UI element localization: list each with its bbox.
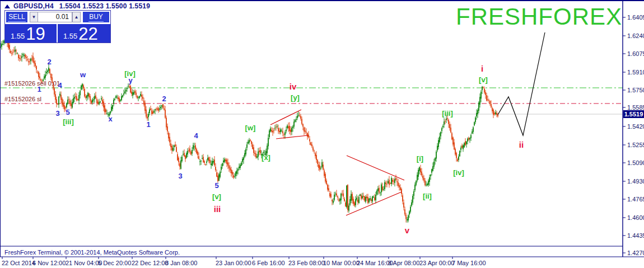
wave-label-y-green[interactable]: [y] (291, 93, 300, 102)
sell-price-big: 19 (26, 26, 45, 43)
sell-order-line-label[interactable]: #15152026 sell 0.01 (4, 80, 60, 87)
time-tick-label[interactable]: 6 Nov 12:00 (32, 260, 66, 266)
collapse-panel-icon[interactable] (4, 4, 10, 8)
buy-price-small: 1.55 (63, 32, 77, 40)
forecast-zigzag-line[interactable] (498, 32, 545, 135)
chart-ohlc-values: 1.5504 1.5523 1.5500 1.5519 (59, 2, 150, 10)
wave-label-2-blue[interactable]: 2 (47, 58, 51, 66)
buy-button[interactable]: BUY (83, 12, 109, 22)
time-tick-label[interactable]: 5 Dec 20:00 (98, 260, 131, 266)
terminal-chart-window: GBPUSD,H4 1.5504 1.5523 1.5500 1.5519 SE… (0, 0, 644, 268)
lot-increase-button[interactable]: ▲ (72, 12, 81, 22)
price-tick-label: 1.4765 (627, 196, 644, 203)
price-tick-label: 1.6075 (627, 50, 644, 57)
sell-price-small: 1.55 (11, 32, 25, 40)
wave-label-i-green[interactable]: [i] (417, 154, 423, 163)
wave-label-v-green[interactable]: [v] (479, 76, 488, 84)
trend-line-3[interactable] (347, 156, 404, 180)
time-tick-label[interactable]: 21 Nov 04:00 (66, 260, 102, 266)
price-tick-label: 1.5750 (627, 87, 644, 93)
wave-label-5-blue[interactable]: 5 (66, 108, 69, 116)
wave-label-i-red[interactable]: i (481, 64, 483, 73)
wave-label-v-green[interactable]: [v] (212, 192, 221, 201)
price-tick-label: 1.4435 (627, 232, 644, 239)
chart-symbol-title: GBPUSD,H4 (13, 2, 54, 10)
wave-label-1-blue[interactable]: 1 (146, 120, 150, 129)
price-tick-label: 1.4930 (627, 178, 644, 185)
stop-loss-line-label[interactable]: #15152026 sl (4, 96, 41, 102)
wave-label-w-green[interactable]: [w] (245, 124, 256, 132)
wave-label-2-blue[interactable]: 2 (162, 95, 166, 103)
wave-label-iv-red[interactable]: iv (290, 82, 297, 91)
chart-title-row: GBPUSD,H4 1.5504 1.5523 1.5500 1.5519 (4, 2, 150, 10)
lot-size-input[interactable]: 0.01 (38, 12, 72, 22)
price-tick-label: 1.4270 (627, 250, 644, 256)
price-tick-label: 1.6240 (627, 32, 644, 39)
wave-label-w-blue[interactable]: w (80, 70, 86, 79)
wave-label-5-blue[interactable]: 5 (214, 181, 218, 190)
wave-label-4-blue[interactable]: 4 (58, 81, 62, 90)
time-tick-label[interactable]: 8 Jan 08:00 (165, 260, 198, 266)
time-tick-label[interactable]: 22 Dec 12:00 (132, 260, 168, 266)
sell-quote-box[interactable]: 1.55 19 (5, 24, 57, 43)
broker-watermark: FRESHFOREX (456, 3, 622, 30)
wave-label-ii-red[interactable]: ii (519, 140, 524, 149)
wave-label-iii-green[interactable]: [iii] (442, 109, 453, 117)
price-tick-label: 1.5255 (627, 142, 644, 148)
sell-button[interactable]: SELL (6, 12, 27, 22)
buy-price-big: 22 (78, 26, 97, 43)
wave-label-x-blue[interactable]: x (108, 115, 112, 123)
wave-label-3-blue[interactable]: 3 (178, 172, 182, 180)
window-top-border (0, 0, 644, 1)
wave-label-3-blue[interactable]: 3 (55, 109, 59, 117)
time-tick-label[interactable]: 22 Oct 2014 (2, 260, 35, 266)
wave-label-ii-green[interactable]: [ii] (423, 192, 432, 200)
terminal-copyright: FreshForex Terminal, © 2001-2014, MetaQu… (4, 249, 180, 256)
price-tick-label: 1.5420 (627, 123, 644, 130)
price-tick-label: 1.4600 (627, 214, 644, 221)
price-tick-label: 1.5090 (627, 159, 644, 166)
time-tick-label[interactable]: 23 Apr 00:00 (419, 260, 454, 266)
buy-button-label: BUY (88, 13, 104, 22)
current-price-badge: 1.5519 (623, 110, 644, 118)
wave-label-4-blue[interactable]: 4 (194, 131, 198, 140)
time-tick-label[interactable]: 23 Feb 08:00 (288, 260, 325, 266)
price-tick-label: 1.6405 (627, 14, 644, 21)
time-tick-label[interactable]: 7 May 16:00 (452, 260, 486, 266)
trend-line-2[interactable] (276, 135, 308, 139)
wave-label-iv-green[interactable]: [iv] (453, 168, 464, 177)
wave-label-iii-green[interactable]: [iii] (63, 117, 74, 126)
time-tick-label[interactable]: 8 Apr 08:00 (388, 260, 419, 266)
buy-quote-box[interactable]: 1.55 22 (58, 24, 110, 43)
wave-label-1-blue[interactable]: 1 (37, 85, 41, 93)
one-click-trade-panel: SELL ▼ 0.01 ▲ BUY 1.55 19 1.55 22 (4, 10, 111, 43)
time-tick-label[interactable]: 10 Mar 00:00 (323, 260, 360, 266)
trend-line-1[interactable] (270, 110, 301, 125)
time-tick-label[interactable]: 23 Jan 00:00 (216, 260, 251, 266)
wave-label-iii-red[interactable]: iii (214, 204, 221, 214)
wave-label-x-green[interactable]: [x] (262, 153, 270, 162)
price-tick-label: 1.5910 (627, 69, 644, 76)
lot-decrease-button[interactable]: ▼ (30, 12, 38, 22)
wave-label-iv-green[interactable]: [iv] (124, 69, 136, 78)
wave-label-v-red[interactable]: v (405, 225, 409, 235)
time-tick-label[interactable]: 6 Feb 16:00 (252, 260, 285, 266)
sell-button-label: SELL (8, 13, 25, 22)
